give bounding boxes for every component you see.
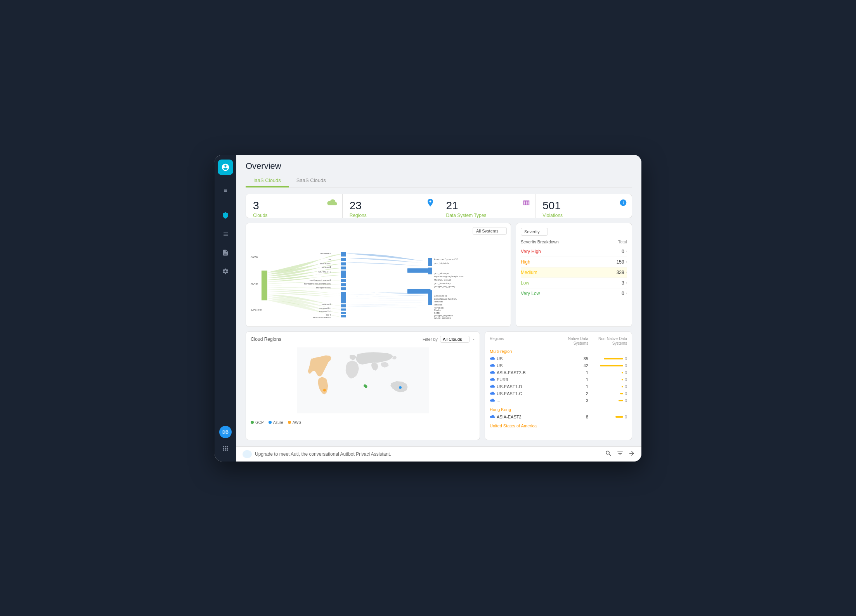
region-group-hongkong: Hong Kong [490,407,627,412]
grid-icon [522,199,530,207]
svg-rect-6 [341,262,346,265]
svg-text:gcp_bigtable: gcp_bigtable [434,262,449,265]
svg-rect-15 [341,312,346,314]
region-non-native-useast1d: 0 [625,384,627,389]
region-non-native-ellipsis: 0 [625,398,627,403]
svg-text:australiacentral2: australiacentral2 [313,316,331,318]
gcp-dot [251,421,254,424]
region-native-useast1d: 1 [557,384,588,389]
hamburger-menu[interactable]: ≡ [218,184,232,198]
region-bar-useast1d [622,386,623,387]
gcp-cloud-icon [490,392,495,396]
svg-text:us-east1: us-east1 [322,303,331,305]
sidebar-bottom-dots[interactable] [218,441,232,455]
severity-select[interactable]: Severity [521,228,548,236]
region-bar-cell-asia: 0 [588,370,627,375]
severity-row-low[interactable]: Low 3 › [521,278,627,288]
svg-text:us-east1-d: us-east1-d [319,310,331,312]
region-non-native-eur3: 0 [625,377,627,382]
gcp-cloud-icon [490,371,495,375]
legend-aws: AWS [288,420,301,425]
forward-button[interactable] [628,450,635,458]
svg-rect-12 [341,292,346,303]
sidebar-item-chart[interactable] [218,227,232,241]
user-avatar[interactable]: DB [219,426,232,438]
region-bar-cell-eur3: 0 [588,377,627,382]
clouds-label: Clouds [253,213,335,218]
shield-icon [222,212,229,219]
svg-rect-29 [407,289,431,293]
footer-text: Upgrade to meet Auti, the conversational… [255,451,391,457]
region-group-usa: United States of America [490,423,627,428]
severity-low-count: 3 [609,280,624,286]
region-bar-cell-useast1c: 0 [588,391,627,396]
tab-saas-clouds[interactable]: SaaS Clouds [289,174,334,187]
sankey-filter-select[interactable]: All Systems [473,227,507,235]
severity-row-very-high[interactable]: Very High 0 › [521,246,627,257]
severity-panel: Severity Severity Breakdown Total Very H… [516,223,632,327]
region-bar-asia [622,372,623,373]
stat-violations: 501 Violations [535,194,632,218]
svg-text:Google BigQuery: Google BigQuery [434,290,456,293]
filter-icon [617,450,624,457]
svg-text:northamerica-east1: northamerica-east1 [310,279,331,281]
severity-row-very-low[interactable]: Very Low 0 › [521,288,627,298]
bottom-section: Cloud Regions Filter by All Clouds [246,331,632,440]
arrow-forward-icon [628,450,635,457]
filter-button[interactable] [617,450,624,458]
map-filter-select[interactable]: All Clouds [440,336,470,343]
footer-message: Upgrade to meet Auti, the conversational… [243,450,391,458]
azure-label: Azure [273,420,283,425]
svg-text:AZURE: AZURE [251,309,262,312]
clouds-number: 3 [253,200,335,212]
svg-rect-4 [341,252,346,256]
sidebar-item-shield[interactable] [218,208,232,222]
svg-text:GCP: GCP [251,283,258,286]
data-systems-number: 21 [446,200,529,212]
region-name-us-42: US [490,363,557,368]
svg-text:jenkins: jenkins [433,303,442,306]
region-group-multi: Multi-region [490,349,627,354]
aws-dot [288,421,291,424]
search-button[interactable] [605,450,612,458]
severity-row-high[interactable]: High 159 › [521,257,627,267]
svg-text:Redis: Redis [434,309,441,311]
severity-very-low-arrow: › [626,291,627,295]
svg-text:Cassandra: Cassandra [434,294,447,297]
legend-gcp: GCP [251,420,264,425]
svg-rect-17 [428,258,432,266]
svg-text:sqladmin.googleapis.com: sqladmin.googleapis.com [434,275,464,278]
gcp-cloud-icon [490,385,495,389]
tab-iaas-clouds[interactable]: IaaS Clouds [246,174,289,187]
violations-number: 501 [542,200,625,212]
svg-text:us-west-2: us-west-2 [321,252,331,255]
svg-text:Google Cloud Storage: Google Cloud Storage [434,268,463,271]
table-row: ASIA-EAST2 8 0 [490,413,627,420]
severity-total-label: Total [618,239,627,244]
region-name-us-35: US [490,356,557,361]
gcp-cloud-icon [490,378,495,382]
legend-azure: Azure [269,420,283,425]
page-header: Overview [236,155,641,174]
sidebar-item-doc[interactable] [218,246,232,260]
map-area: Cloud Regions Filter by All Clouds [246,331,480,440]
table-row: US-EAST1-D 1 0 [490,383,627,390]
severity-low-arrow: › [626,281,627,285]
severity-row-medium[interactable]: Medium 339 › [521,267,627,278]
map-title: Cloud Regions [251,337,281,342]
region-name-useast1d: US-EAST1-D [490,384,557,389]
sidebar-item-settings[interactable] [218,264,232,278]
tab-bar: IaaS Clouds SaaS Clouds [246,174,632,187]
severity-very-low-count: 0 [609,291,624,296]
pin-icon [426,199,434,208]
severity-very-low-label: Very Low [521,291,609,296]
main-content: Overview IaaS Clouds SaaS Clouds 3 Cloud… [236,155,641,462]
region-native-42: 42 [557,363,588,368]
region-bar-cell-35: 0 [588,356,627,361]
svg-point-56 [365,385,367,388]
svg-text:MySQL-Cloud: MySQL-Cloud [434,278,451,281]
app-logo [218,160,233,175]
regions-label: Regions [350,213,432,218]
svg-text:us-east1-c: us-east1-c [319,306,331,309]
svg-text:us-east1: us-east1 [322,265,331,268]
